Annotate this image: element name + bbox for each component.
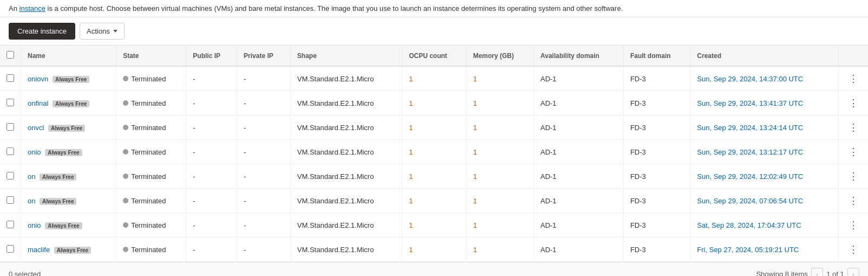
prev-page-button[interactable]: ‹ bbox=[811, 268, 823, 276]
row-name: onfinal Always Free bbox=[21, 91, 116, 115]
instance-name-link[interactable]: onio bbox=[28, 148, 41, 156]
row-action-menu-button[interactable]: ⋮ bbox=[845, 145, 862, 159]
state-text: Terminated bbox=[131, 148, 166, 156]
row-state: Terminated bbox=[116, 140, 186, 164]
always-free-badge: Always Free bbox=[45, 149, 82, 156]
row-memory: 1 bbox=[466, 66, 533, 91]
row-checkbox-cell bbox=[0, 140, 21, 164]
actions-button[interactable]: Actions bbox=[80, 23, 125, 40]
instance-name-link[interactable]: on bbox=[28, 197, 35, 205]
row-created: Sun, Sep 29, 2024, 07:06:54 UTC bbox=[690, 189, 839, 213]
pagination-area: Showing 8 items ‹ 1 of 1 › bbox=[756, 268, 859, 276]
row-public-ip: - bbox=[186, 189, 237, 213]
row-private-ip: - bbox=[237, 66, 291, 91]
row-ocpu: 1 bbox=[402, 189, 467, 213]
row-public-ip: - bbox=[186, 140, 237, 164]
state-dot-icon bbox=[123, 125, 128, 130]
table-row: onvcl Always Free Terminated - - VM.Stan… bbox=[0, 115, 868, 140]
row-fault-domain: FD-3 bbox=[623, 238, 690, 262]
row-action-menu-button[interactable]: ⋮ bbox=[845, 72, 862, 86]
table-row: onio Always Free Terminated - - VM.Stand… bbox=[0, 213, 868, 238]
row-ocpu: 1 bbox=[402, 213, 467, 238]
row-fault-domain: FD-3 bbox=[623, 189, 690, 213]
row-action-cell: ⋮ bbox=[839, 91, 869, 115]
instance-name-link[interactable]: onio bbox=[28, 221, 41, 229]
row-checkbox-2[interactable] bbox=[6, 123, 14, 131]
instance-name-link[interactable]: maclife bbox=[28, 246, 50, 254]
row-memory: 1 bbox=[466, 140, 533, 164]
header-state: State bbox=[116, 46, 186, 66]
row-checkbox-1[interactable] bbox=[6, 99, 14, 106]
instance-link[interactable]: instance bbox=[19, 4, 45, 12]
state-text: Terminated bbox=[131, 75, 166, 83]
row-action-cell: ⋮ bbox=[839, 213, 869, 238]
next-page-button[interactable]: › bbox=[847, 268, 859, 276]
row-name: oniovn Always Free bbox=[21, 66, 116, 91]
row-checkbox-cell bbox=[0, 189, 21, 213]
header-actions bbox=[839, 46, 869, 66]
state-dot-icon bbox=[123, 222, 128, 228]
table-container: Name State Public IP Private IP Shape OC… bbox=[0, 46, 868, 262]
state-dot-icon bbox=[123, 100, 128, 106]
row-memory: 1 bbox=[466, 91, 533, 115]
instance-name-link[interactable]: onvcl bbox=[28, 124, 44, 132]
table-row: onio Always Free Terminated - - VM.Stand… bbox=[0, 140, 868, 164]
row-state: Terminated bbox=[116, 189, 186, 213]
row-checkbox-cell bbox=[0, 213, 21, 238]
row-checkbox-6[interactable] bbox=[6, 221, 14, 228]
row-fault-domain: FD-3 bbox=[623, 164, 690, 189]
row-created: Sun, Sep 29, 2024, 13:24:14 UTC bbox=[690, 115, 839, 140]
header-shape: Shape bbox=[290, 46, 402, 66]
row-checkbox-4[interactable] bbox=[6, 172, 14, 179]
actions-label: Actions bbox=[87, 27, 110, 35]
row-action-menu-button[interactable]: ⋮ bbox=[845, 96, 862, 110]
row-private-ip: - bbox=[237, 140, 291, 164]
row-memory: 1 bbox=[466, 115, 533, 140]
row-created: Sun, Sep 29, 2024, 13:41:37 UTC bbox=[690, 91, 839, 115]
row-fault-domain: FD-3 bbox=[623, 213, 690, 238]
row-created: Sun, Sep 29, 2024, 12:02:49 UTC bbox=[690, 164, 839, 189]
row-name: on Always Free bbox=[21, 189, 116, 213]
row-checkbox-7[interactable] bbox=[6, 245, 14, 253]
header-private-ip: Private IP bbox=[237, 46, 291, 66]
state-text: Terminated bbox=[131, 124, 166, 132]
table-row: on Always Free Terminated - - VM.Standar… bbox=[0, 189, 868, 213]
row-shape: VM.Standard.E2.1.Micro bbox=[290, 140, 402, 164]
row-action-menu-button[interactable]: ⋮ bbox=[845, 194, 862, 208]
state-text: Terminated bbox=[131, 197, 166, 205]
row-name: on Always Free bbox=[21, 164, 116, 189]
row-private-ip: - bbox=[237, 91, 291, 115]
footer: 0 selected Showing 8 items ‹ 1 of 1 › bbox=[0, 262, 868, 276]
state-text: Terminated bbox=[131, 99, 166, 107]
state-text: Terminated bbox=[131, 172, 166, 181]
row-private-ip: - bbox=[237, 213, 291, 238]
row-action-cell: ⋮ bbox=[839, 115, 869, 140]
row-memory: 1 bbox=[466, 238, 533, 262]
select-all-checkbox[interactable] bbox=[6, 51, 14, 59]
create-instance-button[interactable]: Create instance bbox=[9, 23, 75, 40]
row-checkbox-0[interactable] bbox=[6, 74, 14, 82]
row-action-menu-button[interactable]: ⋮ bbox=[845, 169, 862, 183]
state-text: Terminated bbox=[131, 246, 166, 254]
row-state: Terminated bbox=[116, 164, 186, 189]
row-state: Terminated bbox=[116, 115, 186, 140]
instance-name-link[interactable]: onfinal bbox=[28, 99, 48, 107]
row-action-menu-button[interactable]: ⋮ bbox=[845, 218, 862, 232]
row-created: Sun, Sep 29, 2024, 13:12:17 UTC bbox=[690, 140, 839, 164]
header-created: Created bbox=[690, 46, 839, 66]
showing-items: Showing 8 items bbox=[756, 270, 807, 276]
always-free-badge: Always Free bbox=[54, 247, 91, 254]
header-public-ip: Public IP bbox=[186, 46, 237, 66]
instance-name-link[interactable]: on bbox=[28, 172, 35, 181]
row-checkbox-5[interactable] bbox=[6, 196, 14, 204]
row-action-menu-button[interactable]: ⋮ bbox=[845, 120, 862, 134]
row-availability-domain: AD-1 bbox=[533, 189, 623, 213]
row-ocpu: 1 bbox=[402, 66, 467, 91]
row-private-ip: - bbox=[237, 115, 291, 140]
instance-name-link[interactable]: oniovn bbox=[28, 75, 48, 83]
row-availability-domain: AD-1 bbox=[533, 115, 623, 140]
row-state: Terminated bbox=[116, 238, 186, 262]
row-checkbox-3[interactable] bbox=[6, 147, 14, 155]
row-private-ip: - bbox=[237, 189, 291, 213]
row-action-menu-button[interactable]: ⋮ bbox=[845, 242, 862, 256]
